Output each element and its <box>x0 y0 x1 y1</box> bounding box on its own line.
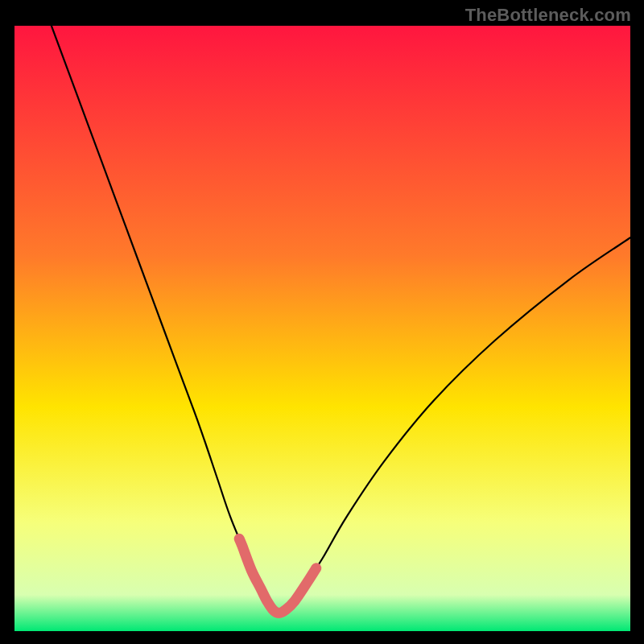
plot-area <box>14 26 630 631</box>
gradient-background <box>14 26 630 631</box>
chart-svg <box>14 26 630 631</box>
watermark-label: TheBottleneck.com <box>465 5 631 26</box>
chart-frame: TheBottleneck.com <box>0 0 644 644</box>
